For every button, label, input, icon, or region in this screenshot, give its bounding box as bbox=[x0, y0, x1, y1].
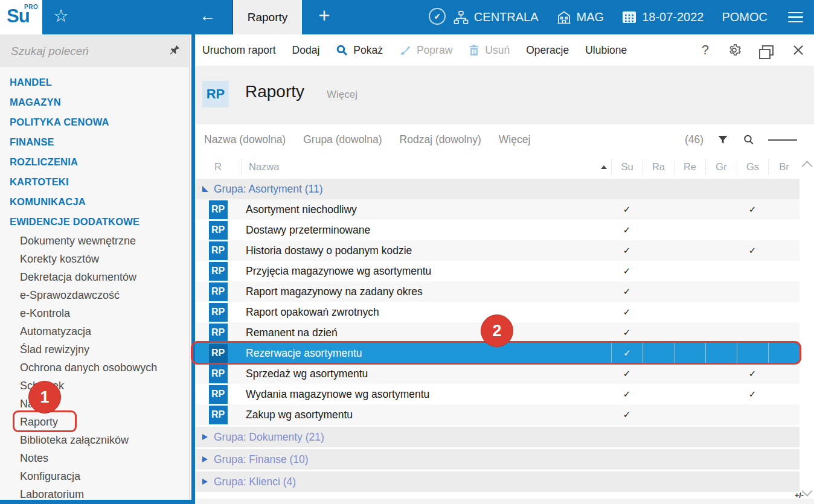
sidebar-item-ochrona-danych-osobowych[interactable]: Ochrona danych osobowych bbox=[0, 359, 189, 377]
filter-rodzaj-dowolny[interactable]: Rodzaj (dowolny) bbox=[400, 133, 481, 146]
group-row-grupa-klienci-4[interactable]: Grupa: Klienci (4) bbox=[195, 471, 800, 492]
list-menu-icon[interactable] bbox=[768, 138, 797, 142]
warehouse-icon bbox=[557, 10, 571, 25]
close-icon[interactable] bbox=[792, 44, 804, 56]
sidebar-item-biblioteka-załączników[interactable]: Biblioteka załączników bbox=[0, 431, 189, 449]
check-gr bbox=[705, 199, 737, 220]
table-row-historia-dostawy-o-podanym-kodzie[interactable]: RPHistoria dostawy o podanym kodzie✓✓ bbox=[195, 240, 800, 261]
sidebar-item-schowek[interactable]: Schowek bbox=[0, 377, 189, 395]
table-row-zakup-wg-asortymentu[interactable]: RPZakup wg asortymentu✓ bbox=[195, 404, 800, 425]
table-row-dostawy-przeterminowane[interactable]: RPDostawy przeterminowane✓ bbox=[195, 220, 800, 240]
tab-raporty[interactable]: Raporty bbox=[232, 0, 302, 34]
column-header-nazwa[interactable]: Nazwa bbox=[241, 159, 611, 175]
main-menu-icon[interactable] bbox=[788, 9, 803, 26]
sidebar-item-polityka-cenowa[interactable]: POLITYKA CENOWA bbox=[0, 112, 189, 132]
date-selector[interactable]: 18-07-2022 bbox=[622, 10, 703, 24]
sidebar-item-dokumenty-wewnętrzne[interactable]: Dokumenty wewnętrzne bbox=[0, 232, 189, 250]
check-ra bbox=[643, 199, 674, 220]
sidebar-item-rozliczenia[interactable]: ROZLICZENIA bbox=[0, 152, 189, 172]
company-selector[interactable]: CENTRALA bbox=[453, 10, 539, 25]
group-row-grupa-dokumenty-21[interactable]: Grupa: Dokumenty (21) bbox=[195, 427, 800, 447]
filterbar: Nazwa (dowolna)Grupa (dowolna)Rodzaj (do… bbox=[195, 124, 814, 155]
check-gs: ✓ bbox=[737, 240, 768, 261]
check-ra bbox=[643, 404, 674, 425]
toolbar-popraw-button[interactable]: Popraw bbox=[399, 44, 452, 57]
table-row-asortyment-niechodliwy[interactable]: RPAsortyment niechodliwy✓✓ bbox=[195, 199, 800, 220]
filter-nazwa-dowolna[interactable]: Nazwa (dowolna) bbox=[204, 133, 286, 146]
table-row-sprzedaż-wg-asortymentu[interactable]: RPSprzedaż wg asortymentu✓✓ bbox=[195, 363, 800, 384]
column-header-br[interactable]: Br bbox=[768, 159, 800, 175]
check-gs: ✓ bbox=[737, 384, 768, 404]
sidebar-item-finanse[interactable]: FINANSE bbox=[0, 132, 189, 152]
check-su: ✓ bbox=[611, 404, 643, 425]
column-header-ra[interactable]: Ra bbox=[643, 159, 674, 175]
vertical-scrollbar[interactable] bbox=[800, 155, 814, 504]
sidebar-item-komunikacja[interactable]: KOMUNIKACJA bbox=[0, 192, 189, 212]
sidebar-item-konfiguracja[interactable]: Konfiguracja bbox=[0, 467, 189, 485]
check-br bbox=[768, 404, 800, 425]
filter-więcej[interactable]: Więcej bbox=[499, 133, 531, 146]
module-badge: RP bbox=[202, 81, 229, 107]
table-row-przyjęcia-magazynowe-wg-asortymentu[interactable]: RPPrzyjęcia magazynowe wg asortymentu✓ bbox=[195, 261, 800, 281]
sidebar-item-dekretacja-dokumentów[interactable]: Dekretacja dokumentów bbox=[0, 268, 189, 286]
toolbar-operacje-button[interactable]: Operacje bbox=[526, 44, 569, 57]
report-icon: RP bbox=[209, 324, 228, 342]
check-br bbox=[768, 281, 800, 302]
group-label: Grupa: Klienci (4) bbox=[214, 476, 296, 488]
group-row-grupa-finanse-10[interactable]: Grupa: Finanse (10) bbox=[195, 449, 800, 470]
annotation-rect-raporty bbox=[13, 410, 77, 432]
table-row-raport-magazynowy-na-zadany-okres[interactable]: RPRaport magazynowy na zadany okres✓ bbox=[195, 281, 800, 302]
zoom-indicator: +/- bbox=[795, 491, 804, 500]
new-tab-button[interactable]: + bbox=[311, 4, 338, 27]
sidebar-item-e-kontrola[interactable]: e-Kontrola bbox=[0, 304, 189, 322]
toolbar-usuń-button[interactable]: Usuń bbox=[469, 44, 510, 57]
sidebar-item-automatyzacja[interactable]: Automatyzacja bbox=[0, 322, 189, 340]
check-br bbox=[768, 302, 800, 322]
report-name: Raport magazynowy na zadany okres bbox=[241, 285, 611, 298]
search-input[interactable] bbox=[10, 42, 163, 61]
column-header-r[interactable]: R bbox=[195, 159, 241, 175]
sidebar-item-kartoteki[interactable]: KARTOTEKI bbox=[0, 172, 189, 192]
app-logo: Su PRO bbox=[0, 0, 42, 34]
column-header-gs[interactable]: Gs bbox=[737, 159, 768, 175]
toolbar-uruchom-raport-button[interactable]: Uruchom raport bbox=[202, 44, 276, 57]
column-header-su[interactable]: Su bbox=[611, 159, 643, 175]
search-list-icon[interactable] bbox=[742, 133, 755, 146]
toolbar-ulubione-button[interactable]: Ulubione bbox=[585, 44, 627, 57]
sidebar-item-handel[interactable]: HANDEL bbox=[0, 72, 189, 92]
sidebar-item-magazyn[interactable]: MAGAZYN bbox=[0, 92, 189, 112]
report-name: Sprzedaż wg asortymentu bbox=[241, 368, 611, 380]
group-label: Grupa: Asortyment (11) bbox=[214, 183, 323, 196]
sidebar-item-korekty-kosztów[interactable]: Korekty kosztów bbox=[0, 250, 189, 268]
table-row-wydania-magazynowe-wg-asortymentu[interactable]: RPWydania magazynowe wg asortymentu✓✓ bbox=[195, 384, 800, 404]
favorites-star-icon[interactable]: ☆ bbox=[53, 5, 69, 26]
toolbar-pokaż-button[interactable]: Pokaż bbox=[336, 44, 383, 57]
help-button[interactable]: ? bbox=[702, 42, 709, 58]
report-name: Asortyment niechodliwy bbox=[241, 203, 611, 216]
title-more-link[interactable]: Więcej bbox=[327, 89, 357, 101]
sidebar-item-e-sprawozdawczość[interactable]: e-Sprawozdawczość bbox=[0, 286, 189, 304]
group-row-asortyment[interactable]: Grupa: Asortyment (11) bbox=[195, 179, 800, 199]
scroll-up-icon[interactable] bbox=[801, 161, 812, 171]
help-menu[interactable]: POMOC bbox=[722, 10, 768, 24]
filter-funnel-icon[interactable] bbox=[717, 134, 729, 146]
report-icon: RP bbox=[209, 406, 228, 424]
check-su: ✓ bbox=[611, 261, 643, 281]
check-gs bbox=[737, 322, 768, 343]
check-br bbox=[768, 322, 800, 343]
annotation-badge-1: 1 bbox=[28, 381, 61, 413]
sidebar-item-ślad-rewizyjny[interactable]: Ślad rewizyjny bbox=[0, 340, 189, 359]
filter-grupa-dowolna[interactable]: Grupa (dowolna) bbox=[303, 133, 382, 146]
warehouse-selector[interactable]: MAG bbox=[557, 10, 604, 25]
back-arrow-icon[interactable]: ← bbox=[199, 7, 216, 25]
settings-gear-icon[interactable] bbox=[728, 43, 741, 57]
pin-icon[interactable] bbox=[169, 44, 181, 58]
column-header-re[interactable]: Re bbox=[674, 159, 705, 175]
sidebar-item-ewidencje-dodatkowe[interactable]: EWIDENCJE DODATKOWE bbox=[0, 212, 189, 232]
cascade-windows-icon[interactable] bbox=[760, 45, 774, 56]
check-circle-icon[interactable]: ✓ bbox=[429, 8, 446, 25]
toolbar-dodaj-button[interactable]: Dodaj bbox=[292, 44, 320, 57]
column-header-gr[interactable]: Gr bbox=[705, 159, 737, 175]
toolbar-label: Pokaż bbox=[353, 44, 383, 57]
sidebar-item-notes[interactable]: Notes bbox=[0, 449, 189, 467]
